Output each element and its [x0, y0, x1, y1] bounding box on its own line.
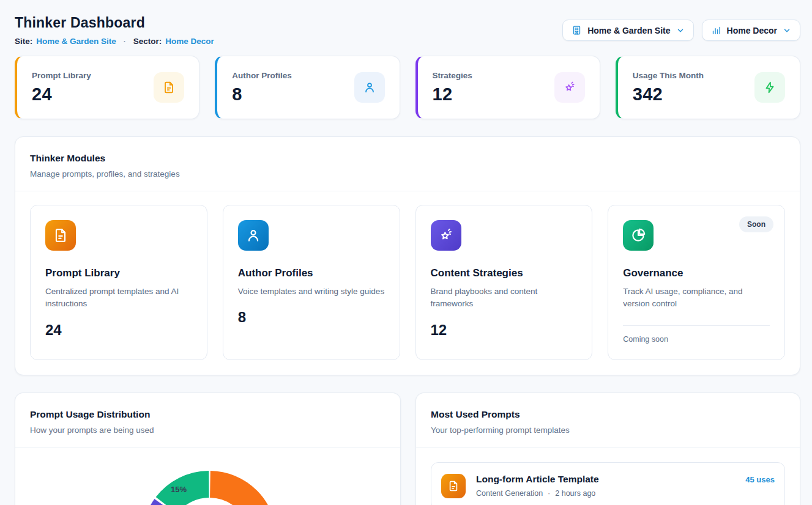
page-header: Thinker Dashboard Site: Home & Garden Si…: [15, 11, 800, 46]
modules-panel-title: Thinker Modules: [30, 153, 785, 164]
module-title: Governance: [623, 267, 770, 279]
stat-value: 24: [32, 84, 91, 105]
user-icon: [354, 72, 385, 103]
module-count: 24: [45, 322, 192, 339]
stat-value: 342: [633, 84, 704, 105]
module-count: 12: [431, 322, 578, 339]
modules-grid: Prompt Library Centralized prompt templa…: [15, 191, 800, 375]
dashboard-page: Thinker Dashboard Site: Home & Garden Si…: [0, 0, 812, 505]
coming-soon-text: Coming soon: [623, 335, 770, 344]
stat-label: Usage This Month: [633, 71, 704, 80]
soon-badge: Soon: [739, 216, 773, 232]
site-link[interactable]: Home & Garden Site: [36, 37, 116, 46]
module-card-prompt-library[interactable]: Prompt Library Centralized prompt templa…: [30, 205, 207, 360]
sparkle-star-icon: [431, 220, 461, 251]
user-icon: [238, 220, 269, 251]
stat-cards-row: Prompt Library 24 Author Profiles 8 Stra…: [15, 56, 800, 119]
module-title: Content Strategies: [431, 267, 578, 279]
usage-donut-chart: [142, 471, 277, 505]
site-selector-button[interactable]: Home & Garden Site: [562, 20, 693, 41]
modules-panel-header: Thinker Modules Manage prompts, profiles…: [15, 137, 800, 191]
chevron-down-icon: [783, 26, 791, 35]
prompt-item-time: 2 hours ago: [555, 489, 595, 498]
sparkle-star-icon: [554, 72, 585, 103]
usage-panel-header: Prompt Usage Distribution How your promp…: [15, 393, 400, 448]
header-left: Thinker Dashboard Site: Home & Garden Si…: [15, 11, 214, 46]
page-title: Thinker Dashboard: [15, 15, 214, 31]
modules-panel-subtitle: Manage prompts, profiles, and strategies: [30, 169, 785, 179]
usage-panel-title: Prompt Usage Distribution: [30, 409, 386, 420]
meta-separator: ·: [548, 489, 550, 498]
stat-label: Prompt Library: [32, 71, 91, 80]
site-label: Site:: [15, 37, 32, 46]
module-description: Voice templates and writing style guides: [238, 286, 385, 298]
module-card-governance[interactable]: Soon Governance Track AI usage, complian…: [608, 205, 785, 360]
usage-panel-subtitle: How your prompts are being used: [30, 426, 386, 435]
stat-label: Author Profiles: [232, 71, 292, 80]
breadcrumb: Site: Home & Garden Site · Sector: Home …: [15, 37, 214, 46]
bar-chart-icon: [711, 25, 721, 35]
prompt-item-meta: Content Generation · 2 hours ago: [476, 489, 745, 498]
prompt-list-item[interactable]: Long-form Article Template Content Gener…: [431, 462, 785, 505]
module-title: Author Profiles: [238, 267, 385, 279]
building-icon: [572, 25, 582, 35]
prompts-panel-header: Most Used Prompts Your top-performing pr…: [416, 393, 800, 448]
donut-chart-area: 15%: [15, 448, 400, 505]
chevron-down-icon: [676, 26, 685, 35]
prompt-item-category: Content Generation: [476, 489, 543, 498]
prompts-panel-subtitle: Your top-performing prompt templates: [431, 426, 785, 435]
stat-card-prompt-library: Prompt Library 24: [15, 56, 199, 119]
most-used-prompts-card: Most Used Prompts Your top-performing pr…: [415, 393, 800, 505]
sector-label: Sector:: [133, 37, 162, 46]
stat-value: 12: [433, 84, 472, 105]
module-card-author-profiles[interactable]: Author Profiles Voice templates and writ…: [223, 205, 400, 360]
lightning-icon: [754, 72, 785, 103]
module-description: Track AI usage, compliance, and version …: [623, 286, 770, 311]
sector-link[interactable]: Home Decor: [165, 37, 214, 46]
module-description: Brand playbooks and content frameworks: [431, 286, 578, 311]
document-icon: [154, 72, 184, 103]
bottom-row: Prompt Usage Distribution How your promp…: [15, 393, 800, 505]
stat-label: Strategies: [433, 71, 472, 80]
sector-selector-button[interactable]: Home Decor: [702, 20, 800, 41]
site-selector-label: Home & Garden Site: [587, 26, 670, 35]
document-icon: [45, 220, 76, 251]
module-card-content-strategies[interactable]: Content Strategies Brand playbooks and c…: [415, 205, 593, 360]
stat-card-author-profiles: Author Profiles 8: [215, 56, 400, 119]
module-description: Centralized prompt templates and AI inst…: [45, 286, 192, 311]
breadcrumb-separator: ·: [124, 37, 126, 46]
stat-card-strategies: Strategies 12: [415, 56, 600, 119]
module-count: 8: [238, 309, 385, 326]
stat-value: 8: [232, 84, 292, 105]
donut-slice-label: 15%: [171, 485, 187, 494]
stat-card-usage: Usage This Month 342: [616, 56, 800, 119]
prompt-usage-card: Prompt Usage Distribution How your promp…: [15, 393, 401, 505]
sector-selector-label: Home Decor: [727, 26, 777, 35]
module-title: Prompt Library: [45, 267, 192, 279]
divider: [623, 325, 770, 326]
pie-chart-icon: [623, 220, 654, 251]
document-icon: [441, 474, 466, 498]
header-selectors: Home & Garden Site Home Decor: [562, 20, 800, 41]
thinker-modules-panel: Thinker Modules Manage prompts, profiles…: [15, 136, 800, 375]
prompt-item-uses-badge: 45 uses: [745, 475, 775, 484]
prompts-panel-title: Most Used Prompts: [431, 409, 785, 420]
prompt-item-title: Long-form Article Template: [476, 474, 745, 485]
